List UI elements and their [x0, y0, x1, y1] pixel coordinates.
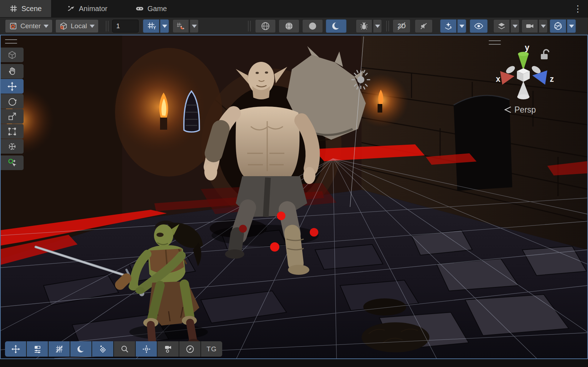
bt-focus-button[interactable] — [136, 341, 157, 357]
grid-off-icon — [55, 344, 64, 354]
tools-overlay-handle[interactable] — [5, 39, 17, 44]
layers-dropdown[interactable] — [510, 19, 519, 33]
slash-overlay-icon — [393, 20, 410, 33]
bt-search-button[interactable] — [114, 341, 135, 357]
transform-tools-overlay — [1, 48, 24, 170]
rect-tool-icon — [7, 127, 17, 137]
scene-lighting-toggle[interactable] — [326, 19, 347, 33]
tab-bar: Scene Animator Game ⋮ — [0, 0, 588, 17]
tab-game[interactable]: Game — [126, 0, 176, 17]
axis-y-label[interactable]: y — [525, 43, 529, 52]
hand-pan-icon — [7, 66, 17, 76]
orientation-dropdown[interactable]: Local — [55, 19, 99, 33]
scene-visibility-toggle[interactable] — [470, 19, 488, 33]
view-cube-icon — [8, 50, 17, 60]
search-icon — [120, 344, 129, 354]
hand-pan-tool-button[interactable] — [1, 64, 24, 79]
chevron-down-icon — [90, 25, 95, 28]
pivot-mode-label: Center — [20, 22, 41, 30]
pivot-mode-dropdown[interactable]: Center — [5, 19, 53, 33]
effects-icon — [444, 21, 453, 31]
draw-mode-wireframe-button[interactable] — [255, 19, 276, 33]
projection-label: Persp — [514, 105, 536, 114]
grid-axis-dropdown[interactable] — [160, 19, 169, 33]
camera-toggle-group — [522, 19, 548, 33]
cube-local-icon — [59, 22, 68, 30]
bt-grid-toggle-button[interactable] — [49, 341, 70, 357]
grid-visibility-toggle-group: Y — [143, 19, 169, 33]
tab-scene-label: Scene — [21, 5, 42, 13]
bt-camera-preview-button[interactable] — [158, 341, 179, 357]
audio-toggle[interactable] — [415, 19, 433, 33]
scale-tool-button[interactable] — [1, 109, 24, 124]
gizmos-dropdown[interactable] — [567, 19, 576, 33]
bottom-strip — [0, 359, 588, 367]
effects-dropdown[interactable] — [457, 19, 466, 33]
draw-mode-shaded-button[interactable] — [302, 19, 323, 33]
move-tool-icon — [7, 81, 17, 91]
pivot-center-icon — [9, 22, 18, 30]
bt-lighting-button[interactable] — [70, 341, 91, 357]
chevron-down-icon — [569, 25, 574, 28]
axis-x-label[interactable]: x — [496, 74, 500, 84]
move-tool-icon — [11, 344, 20, 354]
chevron-down-icon — [513, 25, 518, 28]
debug-toggle-button[interactable] — [356, 19, 372, 33]
navmesh-diamond-icon — [98, 344, 108, 354]
view-tool-button[interactable] — [1, 48, 24, 62]
toolbar-separator — [386, 21, 389, 31]
2d-view-toggle[interactable]: 2D — [393, 19, 410, 33]
camera-button[interactable] — [522, 19, 538, 33]
gizmos-toggle-group — [550, 19, 576, 33]
bt-mixer-button[interactable] — [27, 341, 48, 357]
gizmos-button[interactable] — [550, 19, 566, 33]
axis-z-label[interactable]: z — [550, 74, 554, 84]
camera-icon — [525, 21, 534, 31]
bug-icon — [359, 21, 369, 31]
scene-3d-render[interactable]: y x z Persp — [1, 35, 587, 358]
grid-size-input[interactable] — [112, 20, 139, 33]
overflow-menu-button[interactable]: ⋮ — [573, 4, 582, 13]
orientation-label: Local — [71, 22, 87, 30]
layers-icon — [497, 21, 506, 31]
wireframe-sphere-icon — [260, 21, 270, 31]
bt-move-button[interactable] — [5, 341, 26, 357]
snap-dropdown[interactable] — [190, 19, 199, 33]
chevron-down-icon — [192, 25, 197, 28]
tab-game-label: Game — [148, 5, 167, 13]
custom-tool-button[interactable] — [1, 155, 24, 170]
mixer-icon — [33, 344, 42, 354]
chevron-down-icon — [541, 25, 546, 28]
tab-animator[interactable]: Animator — [58, 0, 117, 17]
rotate-tool-button[interactable] — [1, 94, 24, 109]
move-tool-button[interactable] — [1, 79, 24, 94]
transform-tool-button[interactable] — [1, 139, 24, 154]
scene-viewport[interactable]: y x z Persp — [0, 35, 588, 359]
gizmo-overlay-handle[interactable] — [489, 40, 501, 45]
scale-tool-icon — [7, 111, 17, 121]
grid-axis-toggle-button[interactable]: Y — [143, 19, 159, 33]
transform-tool-icon — [7, 142, 17, 152]
moon-lighting-icon — [76, 344, 86, 354]
tab-scene[interactable]: Scene — [0, 0, 51, 17]
camera-dropdown[interactable] — [539, 19, 548, 33]
chevron-down-icon — [162, 25, 167, 28]
animator-icon — [67, 4, 75, 13]
snap-toggle-button[interactable] — [173, 19, 189, 33]
debug-toolbar-overlay: TG — [5, 341, 222, 357]
compass-icon — [185, 344, 195, 354]
bt-compass-button[interactable] — [179, 341, 200, 357]
chevron-down-icon — [459, 25, 464, 28]
draw-mode-shaded-wireframe-button[interactable] — [279, 19, 299, 33]
rect-tool-button[interactable] — [1, 124, 24, 139]
layers-button[interactable] — [493, 19, 510, 33]
gizmos-globe-icon — [553, 21, 563, 31]
bt-navmesh-button[interactable] — [92, 341, 113, 357]
focus-center-icon — [142, 344, 151, 354]
moon-lighting-icon — [331, 21, 341, 31]
bt-tg-button[interactable]: TG — [201, 341, 222, 357]
debug-dropdown[interactable] — [373, 19, 382, 33]
grid-axis-letter: Y — [153, 25, 156, 30]
chevron-down-icon — [375, 25, 380, 28]
effects-toggle-button[interactable] — [440, 19, 457, 33]
